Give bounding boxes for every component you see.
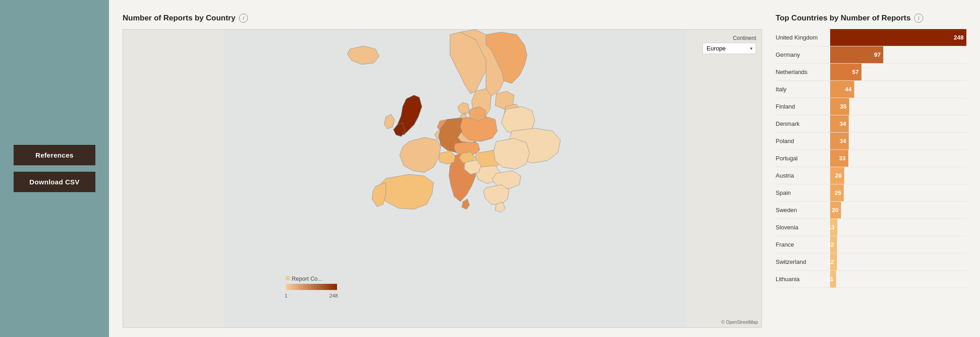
bar-value: 12 xyxy=(827,241,834,248)
download-csv-button[interactable]: Download CSV xyxy=(14,172,95,192)
bar-fill: 11 xyxy=(830,271,836,287)
main-content: Number of Reports by Country i Continent… xyxy=(109,0,980,337)
bar-fill: 25 xyxy=(830,184,844,201)
bar-container: 11 xyxy=(830,271,966,287)
bar-label: France xyxy=(776,241,830,248)
bar-row: Austria 26 xyxy=(776,167,966,184)
svg-text:Report Co...: Report Co... xyxy=(292,276,322,282)
bar-label: Germany xyxy=(776,51,830,58)
bar-container: 20 xyxy=(830,202,966,218)
bar-value: 25 xyxy=(835,189,841,196)
map-title-text: Number of Reports by Country xyxy=(123,14,235,23)
map-container: Continent Europe Africa Asia North Ameri… xyxy=(123,29,762,328)
bar-value: 97 xyxy=(874,51,881,58)
bar-value: 248 xyxy=(954,34,964,41)
bar-fill: 34 xyxy=(830,133,849,149)
bar-row: Spain 25 xyxy=(776,184,966,202)
bar-value: 12 xyxy=(827,258,834,265)
bar-container: 25 xyxy=(830,184,966,201)
bar-container: 12 xyxy=(830,236,966,253)
bar-row: Finland 35 xyxy=(776,98,966,115)
bar-container: 57 xyxy=(830,64,966,80)
bar-container: 35 xyxy=(830,98,966,115)
bar-row: Slovenia 13 xyxy=(776,219,966,236)
bar-label: Switzerland xyxy=(776,258,830,265)
bar-container: 248 xyxy=(830,29,966,46)
bar-label: Austria xyxy=(776,172,830,179)
bar-value: 26 xyxy=(835,172,841,179)
bar-row: Denmark 34 xyxy=(776,115,966,133)
bar-row: Lithuania 11 xyxy=(776,271,966,288)
chart-panel-title: Top Countries by Number of Reports i xyxy=(776,14,966,23)
continent-dropdown: Continent Europe Africa Asia North Ameri… xyxy=(703,35,756,54)
map-panel-title: Number of Reports by Country i xyxy=(123,14,762,23)
bar-fill: 33 xyxy=(830,150,848,167)
continent-label: Continent xyxy=(733,35,756,41)
bar-container: 33 xyxy=(830,150,966,167)
bar-chart: United Kingdom 248 Germany 97 Netherland… xyxy=(776,29,966,328)
svg-text:1: 1 xyxy=(285,293,287,298)
bar-label: Finland xyxy=(776,103,830,110)
bar-row: Netherlands 57 xyxy=(776,64,966,81)
bar-value: 34 xyxy=(840,120,846,127)
bar-label: Denmark xyxy=(776,120,830,127)
svg-rect-3 xyxy=(286,284,337,290)
bar-fill: 57 xyxy=(830,64,861,80)
bar-row: Germany 97 xyxy=(776,46,966,64)
bar-row: Sweden 20 xyxy=(776,202,966,219)
bar-label: Sweden xyxy=(776,207,830,213)
bar-fill: 13 xyxy=(830,219,837,236)
continent-select-wrapper[interactable]: Europe Africa Asia North America Oceania… xyxy=(703,43,756,54)
bar-label: Portugal xyxy=(776,155,830,162)
svg-text:248: 248 xyxy=(329,293,338,298)
bar-container: 34 xyxy=(830,115,966,132)
bar-label: Lithuania xyxy=(776,276,830,282)
references-button[interactable]: References xyxy=(14,145,95,165)
bar-fill: 35 xyxy=(830,98,849,115)
bar-label: United Kingdom xyxy=(776,34,830,41)
bar-fill: 26 xyxy=(830,167,844,184)
bar-value: 33 xyxy=(839,155,845,162)
bar-label: Spain xyxy=(776,189,830,196)
bar-value: 44 xyxy=(845,86,851,93)
svg-rect-1 xyxy=(286,276,290,280)
bar-container: 44 xyxy=(830,81,966,98)
chart-info-icon[interactable]: i xyxy=(914,14,923,23)
bar-container: 97 xyxy=(830,46,966,63)
bar-value: 20 xyxy=(832,207,838,213)
bar-value: 34 xyxy=(840,138,846,144)
bar-value: 35 xyxy=(840,103,846,110)
bar-label: Poland xyxy=(776,138,830,144)
map-attribution: © OpenStreetMap xyxy=(721,320,758,325)
bar-row: Italy 44 xyxy=(776,81,966,98)
bar-fill: 44 xyxy=(830,81,854,98)
chart-panel: Top Countries by Number of Reports i Uni… xyxy=(776,14,966,328)
bar-container: 12 xyxy=(830,253,966,270)
bar-value: 11 xyxy=(827,276,833,282)
bar-label: Slovenia xyxy=(776,224,830,231)
bar-fill: 20 xyxy=(830,202,841,218)
bar-row: United Kingdom 248 xyxy=(776,29,966,46)
bar-fill: 34 xyxy=(830,115,849,132)
bar-row: Switzerland 12 xyxy=(776,253,966,271)
europe-svg-map: Report Co... 1 248 xyxy=(123,30,762,327)
bar-container: 34 xyxy=(830,133,966,149)
bar-row: Portugal 33 xyxy=(776,150,966,167)
bar-row: Poland 34 xyxy=(776,133,966,150)
map-info-icon[interactable]: i xyxy=(239,14,248,23)
bar-fill: 12 xyxy=(830,236,837,253)
bar-label: Netherlands xyxy=(776,69,830,75)
map-panel: Number of Reports by Country i Continent… xyxy=(123,14,762,328)
bar-fill: 12 xyxy=(830,253,837,270)
bar-container: 13 xyxy=(830,219,966,236)
bar-label: Italy xyxy=(776,86,830,93)
continent-select[interactable]: Europe Africa Asia North America Oceania… xyxy=(703,43,756,54)
sidebar: References Download CSV xyxy=(0,0,109,337)
bar-fill: 97 xyxy=(830,46,883,63)
bar-value: 13 xyxy=(828,224,834,231)
bar-fill: 248 xyxy=(830,29,966,46)
bar-row: France 12 xyxy=(776,236,966,253)
chart-title-text: Top Countries by Number of Reports xyxy=(776,14,911,23)
bar-container: 26 xyxy=(830,167,966,184)
bar-value: 57 xyxy=(852,69,858,75)
